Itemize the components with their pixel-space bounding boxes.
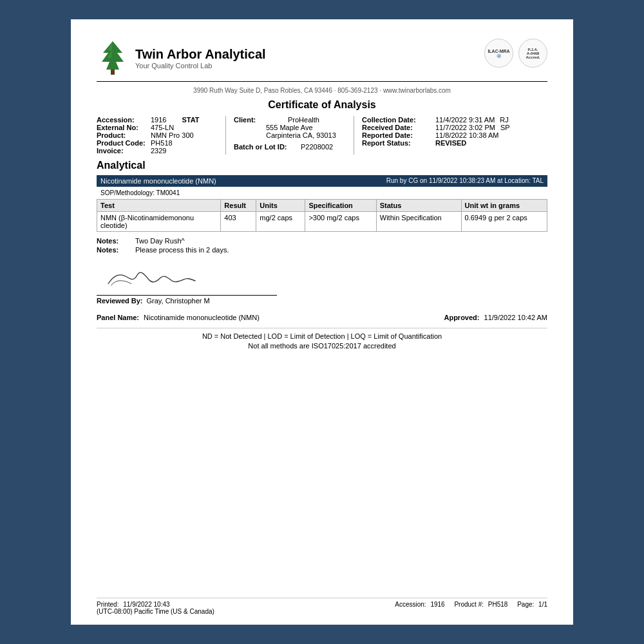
results-table: Test Result Units Specification Status U… (97, 199, 547, 232)
legend-section: ND = Not Detected | LOD = Limit of Detec… (97, 328, 547, 350)
table-row: NMN (β-Nicotinamidemononucleotide) 403 m… (97, 212, 547, 232)
notes-label-2: Notes: (97, 246, 129, 254)
received-value: 11/7/2022 3:02 PM (435, 124, 495, 131)
client-label: Client: (234, 116, 285, 124)
reviewed-by-row: Reviewed By: Gray, Christopher M (97, 297, 547, 305)
batch-value: P2208002 (301, 143, 333, 151)
collection-value: 11/4/2022 9:31 AM (435, 116, 495, 124)
run-info: Run by CG on 11/9/2022 10:38:23 AM at Lo… (386, 177, 544, 185)
client-row: Client: ProHealth (234, 116, 346, 124)
accession-value: 1916 (151, 116, 166, 124)
pja-badge: P.J.A. A-0468 Accred. (518, 39, 547, 68)
reported-row: Reported Date: 11/8/2022 10:38 AM (362, 131, 547, 139)
invoice-value: 2329 (151, 147, 166, 155)
company-address: 3990 Ruth Way Suite D, Paso Robles, CA 9… (97, 87, 547, 94)
footer-left: Printed: 11/9/2022 10:43 (UTC-08:00) Pac… (97, 601, 214, 615)
logo-section: Twin Arbor Analytical Your Quality Contr… (97, 39, 266, 77)
printed-label: Printed: (97, 601, 118, 608)
notes-row-2: Notes: Please process this in 2 days. (97, 246, 547, 254)
reported-value: 11/8/2022 10:38 AM (435, 131, 498, 139)
stat-badge: STAT (182, 116, 199, 124)
company-name: Twin Arbor Analytical (135, 47, 266, 62)
legend-line1: ND = Not Detected | LOD = Limit of Detec… (97, 332, 547, 340)
company-info: Twin Arbor Analytical Your Quality Contr… (135, 47, 266, 70)
notes-text-1: Two Day Rush^ (135, 237, 185, 245)
notes-row-1: Notes: Two Day Rush^ (97, 237, 547, 245)
meta-grid: Accession: 1916 STAT External No: 475-LN… (97, 116, 547, 155)
panel-name-row: Panel Name: Nicotinamide mononucleotide … (97, 314, 260, 321)
collection-label: Collection Date: (362, 116, 433, 124)
cell-status: Within Specification (376, 212, 461, 232)
meta-left: Accession: 1916 STAT External No: 475-LN… (97, 116, 225, 155)
footer-product-label: Product #: (454, 601, 484, 608)
approved-label: Approved: (444, 314, 479, 321)
footer-right: Accession: 1916 Product #: PH518 Page: 1… (395, 601, 547, 615)
company-logo-icon (97, 39, 129, 77)
reviewer-info: Reviewed By: Gray, Christopher M (97, 297, 547, 305)
notes-section: Notes: Two Day Rush^ Notes: Please proce… (97, 237, 547, 254)
external-value: 475-LN (151, 124, 174, 131)
product-code-value: PH518 (151, 139, 173, 147)
product-code-label: Product Code: (97, 139, 148, 147)
legend-line2: Not all methods are ISO17025:2017 accred… (97, 342, 547, 350)
panel-footer: Panel Name: Nicotinamide mononucleotide … (97, 311, 547, 321)
cell-result: 403 (221, 212, 256, 232)
footer-accession-value: 1916 (430, 601, 444, 608)
received-row: Received Date: 11/7/2022 3:02 PM SP (362, 124, 547, 131)
client-address1: 555 Maple Ave (234, 124, 346, 131)
product-row: Product: NMN Pro 300 (97, 131, 225, 139)
cell-units: mg/2 caps (256, 212, 305, 232)
analytical-title: Analytical (97, 160, 547, 171)
signature-line (97, 295, 277, 296)
col-status: Status (376, 200, 461, 212)
collection-initials: RJ (500, 116, 508, 124)
footer-page-label: Page: (517, 601, 534, 608)
client-section: Client: ProHealth 555 Maple Ave Carpinte… (225, 116, 354, 155)
printed-value: 11/9/2022 10:43 (123, 601, 169, 608)
col-units: Units (256, 200, 305, 212)
signature-section: Reviewed By: Gray, Christopher M (97, 263, 547, 305)
product-code-row: Product Code: PH518 (97, 139, 225, 147)
col-result: Result (221, 200, 256, 212)
batch-row: Batch or Lot ID: P2208002 (234, 143, 346, 151)
accreditation-logos: ILAC·MRA ⚙️ P.J.A. A-0468 Accred. (484, 39, 547, 68)
dates-section: Collection Date: 11/4/2022 9:31 AM RJ Re… (354, 116, 547, 155)
cell-test: NMN (β-Nicotinamidemononucleotide) (97, 212, 221, 232)
col-unit-wt: Unit wt in grams (461, 200, 547, 212)
approved-value: 11/9/2022 10:42 AM (484, 314, 547, 321)
page-footer: Printed: 11/9/2022 10:43 (UTC-08:00) Pac… (97, 598, 547, 615)
notes-text-2: Please process this in 2 days. (135, 246, 229, 254)
cell-unit-wt: 0.6949 g per 2 caps (461, 212, 547, 232)
cell-specification: >300 mg/2 caps (305, 212, 376, 232)
invoice-label: Invoice: (97, 147, 148, 155)
product-value: NMN Pro 300 (151, 131, 194, 139)
reported-label: Reported Date: (362, 131, 433, 139)
timezone-row: (UTC-08:00) Pacific Time (US & Canada) (97, 608, 214, 615)
report-status-row: Report Status: REVISED (362, 139, 547, 147)
company-tagline: Your Quality Control Lab (135, 62, 266, 70)
signature-icon (97, 263, 213, 292)
svg-marker-1 (102, 41, 124, 70)
external-label: External No: (97, 124, 148, 131)
client-name: ProHealth (288, 116, 319, 124)
footer-page-value: 1/1 (538, 601, 547, 608)
footer-product-value: PH518 (488, 601, 508, 608)
panel-name-label: Panel Name: (97, 314, 139, 321)
reviewer-name: Gray, Christopher M (147, 297, 210, 305)
certificate-page: Twin Arbor Analytical Your Quality Contr… (71, 19, 573, 625)
invoice-row: Invoice: 2329 (97, 147, 225, 155)
received-initials: SP (500, 124, 510, 131)
ilac-badge: ILAC·MRA ⚙️ (484, 39, 513, 68)
table-header-row: Test Result Units Specification Status U… (97, 200, 547, 212)
received-label: Received Date: (362, 124, 433, 131)
batch-label: Batch or Lot ID: (234, 143, 298, 151)
panel-name-value: Nicotinamide mononucleotide (NMN) (144, 314, 260, 321)
accession-row: Accession: 1916 STAT (97, 116, 225, 124)
panel-name: Nicotinamide mononucleotide (NMN) (100, 177, 216, 185)
report-status-value: REVISED (435, 139, 466, 147)
product-label: Product: (97, 131, 148, 139)
report-status-label: Report Status: (362, 139, 433, 147)
approved-row: Approved: 11/9/2022 10:42 AM (444, 314, 547, 321)
sop-line: SOP/Methodology: TM0041 (97, 188, 547, 198)
collection-row: Collection Date: 11/4/2022 9:31 AM RJ (362, 116, 547, 124)
